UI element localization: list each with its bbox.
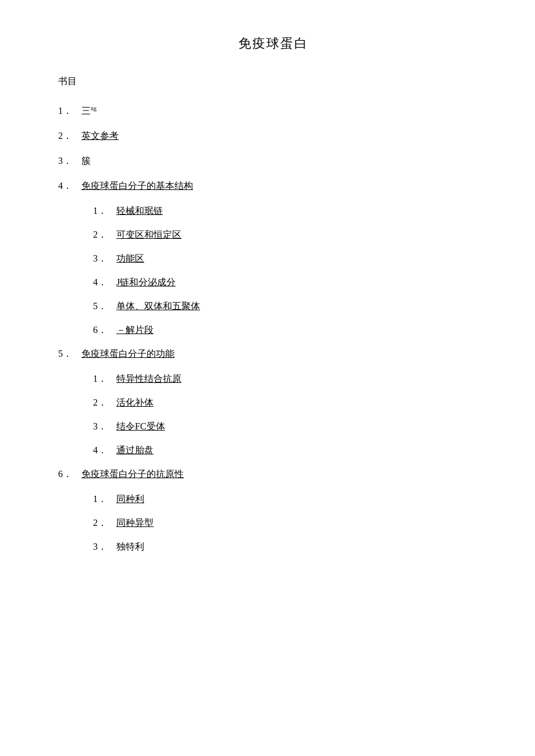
toc-sub-list-5: 1． 特异性结合抗原 2． 活化补体 3． 结令FC受体 4． 通过胎盘 <box>93 373 488 457</box>
toc-sub-link-4-1[interactable]: 轻械和珉链 <box>116 205 163 217</box>
toc-sub-num-6-3: 3． <box>93 541 116 553</box>
toc-sub-list-6: 1． 同种利 2． 同种异型 3． 独特利 <box>93 493 488 553</box>
toc-num-4: 4． <box>58 180 81 192</box>
toc-sub-link-6-2[interactable]: 同种异型 <box>116 517 154 529</box>
toc-sub-4-6[interactable]: 6． －解片段 <box>93 324 488 336</box>
toc-link-4[interactable]: 免疫球蛋白分子的基本结构 <box>81 180 193 192</box>
toc-sub-link-6-1[interactable]: 同种利 <box>116 493 144 506</box>
toc-sub-num-4-6: 6． <box>93 324 116 336</box>
toc-sub-5-3[interactable]: 3． 结令FC受体 <box>93 421 488 433</box>
toc-sub-num-4-3: 3． <box>93 253 116 265</box>
toc-item-5-header[interactable]: 5． 免疫球蛋白分子的功能 <box>58 348 488 360</box>
toc-sub-num-4-1: 1． <box>93 205 116 217</box>
toc-sub-num-5-3: 3． <box>93 421 116 433</box>
toc-sub-6-1[interactable]: 1． 同种利 <box>93 493 488 506</box>
toc-link-2[interactable]: 英文参考 <box>81 130 119 142</box>
toc-sub-link-4-6[interactable]: －解片段 <box>116 324 154 336</box>
section-label: 书目 <box>58 76 488 88</box>
toc-link-6[interactable]: 免疫球蛋白分子的抗原性 <box>81 468 184 481</box>
toc-sub-num-5-4: 4． <box>93 445 116 457</box>
toc-sub-link-4-3[interactable]: 功能区 <box>116 253 144 265</box>
toc-item-1: 1． 三ng <box>58 105 488 117</box>
toc-sub-link-5-2[interactable]: 活化补体 <box>116 397 154 409</box>
toc-sub-4-1[interactable]: 1． 轻械和珉链 <box>93 205 488 217</box>
toc-text-3: 簇 <box>81 155 91 167</box>
toc-num-6: 6． <box>58 468 81 481</box>
toc-num-3: 3． <box>58 155 81 167</box>
toc-item-5: 5． 免疫球蛋白分子的功能 1． 特异性结合抗原 2． 活化补体 3． 结令FC… <box>58 348 488 457</box>
toc-sub-num-6-2: 2． <box>93 517 116 529</box>
toc-sub-link-5-3[interactable]: 结令FC受体 <box>116 421 165 433</box>
toc-sub-num-4-5: 5． <box>93 300 116 313</box>
toc-sub-num-6-1: 1． <box>93 493 116 506</box>
toc-sub-link-4-2[interactable]: 可变区和恒定区 <box>116 229 181 241</box>
toc-item-4-header[interactable]: 4． 免疫球蛋白分子的基本结构 <box>58 180 488 192</box>
toc-sub-link-4-5[interactable]: 单体、双体和五聚体 <box>116 300 200 313</box>
toc-sub-5-2[interactable]: 2． 活化补体 <box>93 397 488 409</box>
toc-text-1: 三ng <box>81 105 97 117</box>
toc-num-1: 1． <box>58 105 81 117</box>
toc-sub-4-5[interactable]: 5． 单体、双体和五聚体 <box>93 300 488 313</box>
toc-sub-num-4-4: 4． <box>93 277 116 289</box>
toc-sub-list-4: 1． 轻械和珉链 2． 可变区和恒定区 3． 功能区 4． J链和分泌成分 5．… <box>93 205 488 336</box>
toc-sub-4-4[interactable]: 4． J链和分泌成分 <box>93 277 488 289</box>
toc-sub-6-2[interactable]: 2． 同种异型 <box>93 517 488 529</box>
toc-item-4: 4． 免疫球蛋白分子的基本结构 1． 轻械和珉链 2． 可变区和恒定区 3． 功… <box>58 180 488 336</box>
toc-sub-link-5-4[interactable]: 通过胎盘 <box>116 445 154 457</box>
toc-sub-4-3[interactable]: 3． 功能区 <box>93 253 488 265</box>
toc-sub-5-4[interactable]: 4． 通过胎盘 <box>93 445 488 457</box>
toc-sub-num-5-1: 1． <box>93 373 116 385</box>
toc-item-2[interactable]: 2． 英文参考 <box>58 130 488 142</box>
toc-sub-num-4-2: 2． <box>93 229 116 241</box>
toc-item-6-header[interactable]: 6． 免疫球蛋白分子的抗原性 <box>58 468 488 481</box>
toc-sub-4-2[interactable]: 2． 可变区和恒定区 <box>93 229 488 241</box>
toc-sub-link-5-1[interactable]: 特异性结合抗原 <box>116 373 181 385</box>
toc-item-3: 3． 簇 <box>58 155 488 167</box>
toc-link-5[interactable]: 免疫球蛋白分子的功能 <box>81 348 174 360</box>
toc-sub-text-6-3: 独特利 <box>116 541 144 553</box>
toc-item-6: 6． 免疫球蛋白分子的抗原性 1． 同种利 2． 同种异型 3． 独特利 <box>58 468 488 553</box>
toc-num-2: 2． <box>58 130 81 142</box>
toc-sub-5-1[interactable]: 1． 特异性结合抗原 <box>93 373 488 385</box>
toc-num-5: 5． <box>58 348 81 360</box>
toc-sub-num-5-2: 2． <box>93 397 116 409</box>
toc-list: 1． 三ng 2． 英文参考 3． 簇 4． 免疫球蛋白分子的基本结构 1． 轻… <box>58 105 488 553</box>
page-title: 免疫球蛋白 <box>58 35 488 52</box>
toc-sub-6-3: 3． 独特利 <box>93 541 488 553</box>
toc-sub-link-4-4[interactable]: J链和分泌成分 <box>116 277 176 289</box>
